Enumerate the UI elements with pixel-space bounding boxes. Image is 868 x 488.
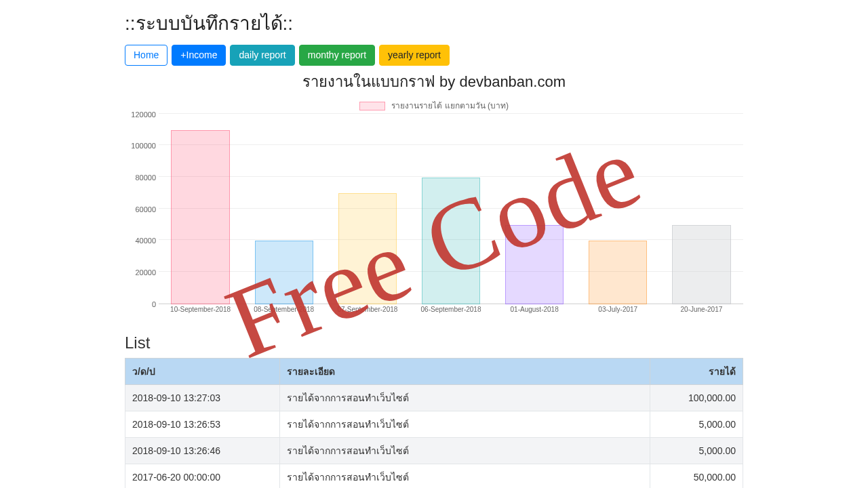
cell-income: 5,000.00 bbox=[650, 437, 743, 464]
cell-income: 100,000.00 bbox=[650, 384, 743, 411]
list-heading: List bbox=[125, 333, 743, 352]
legend-label: รายงานรายได้ แยกตามวัน (บาท) bbox=[391, 101, 509, 110]
col-detail: รายละเอียด bbox=[279, 358, 650, 384]
chart-bar bbox=[422, 178, 480, 304]
yearly-report-button[interactable]: yearly report bbox=[379, 45, 450, 66]
cell-income: 50,000.00 bbox=[650, 464, 743, 488]
report-subtitle: รายงานในแบบกราฟ by devbanban.com bbox=[125, 70, 743, 94]
x-tick-label: 08-September-2018 bbox=[242, 306, 326, 313]
y-tick-label: 60000 bbox=[125, 205, 156, 214]
cell-date: 2018-09-10 13:26:46 bbox=[125, 437, 280, 464]
x-tick-label: 07-September-2018 bbox=[326, 306, 409, 313]
col-date: ว/ด/ป bbox=[125, 358, 280, 384]
cell-date: 2017-06-20 00:00:00 bbox=[125, 464, 280, 488]
chart-y-axis: 020000400006000080000100000120000 bbox=[125, 115, 159, 304]
table-row: 2018-09-10 13:27:03รายได้จากการสอนทำเว็บ… bbox=[125, 384, 743, 411]
nav-bar: Home +Income daily report monthy report … bbox=[125, 45, 743, 66]
chart-bar bbox=[255, 241, 313, 304]
y-tick-label: 80000 bbox=[125, 174, 156, 182]
y-tick-label: 120000 bbox=[125, 110, 156, 119]
y-tick-label: 100000 bbox=[125, 142, 156, 150]
table-row: 2018-09-10 13:26:53รายได้จากการสอนทำเว็บ… bbox=[125, 411, 743, 437]
table-row: 2017-06-20 00:00:00รายได้จากการสอนทำเว็บ… bbox=[125, 464, 743, 488]
chart-bar bbox=[505, 225, 564, 304]
cell-detail: รายได้จากการสอนทำเว็บไซต์ bbox=[279, 384, 650, 411]
chart-bar bbox=[672, 225, 730, 304]
chart-bar bbox=[171, 130, 229, 304]
cell-detail: รายได้จากการสอนทำเว็บไซต์ bbox=[279, 437, 650, 464]
chart-legend: รายงานรายได้ แยกตามวัน (บาท) bbox=[125, 99, 743, 112]
cell-detail: รายได้จากการสอนทำเว็บไซต์ bbox=[279, 464, 650, 488]
cell-income: 5,000.00 bbox=[650, 411, 743, 437]
x-tick-label: 01-August-2018 bbox=[493, 306, 576, 313]
x-tick-label: 06-September-2018 bbox=[409, 306, 492, 313]
bar-chart: รายงานรายได้ แยกตามวัน (บาท) 02000040000… bbox=[125, 99, 743, 329]
home-button[interactable]: Home bbox=[125, 45, 167, 66]
daily-report-button[interactable]: daily report bbox=[230, 45, 294, 66]
chart-bar bbox=[589, 241, 647, 304]
add-income-button[interactable]: +Income bbox=[172, 45, 226, 66]
x-tick-label: 03-July-2017 bbox=[576, 306, 660, 313]
legend-swatch-icon bbox=[359, 102, 385, 110]
page-title: ::ระบบบันทึกรายได้:: bbox=[125, 8, 743, 38]
cell-detail: รายได้จากการสอนทำเว็บไซต์ bbox=[279, 411, 650, 437]
chart-x-axis: 10-September-201808-September-201807-Sep… bbox=[159, 306, 743, 313]
x-tick-label: 20-June-2017 bbox=[660, 306, 743, 313]
chart-bars bbox=[159, 115, 743, 304]
y-tick-label: 40000 bbox=[125, 237, 156, 245]
col-income: รายได้ bbox=[650, 358, 743, 384]
table-row: 2018-09-10 13:26:46รายได้จากการสอนทำเว็บ… bbox=[125, 437, 743, 464]
table-header-row: ว/ด/ป รายละเอียด รายได้ bbox=[125, 358, 743, 384]
x-tick-label: 10-September-2018 bbox=[159, 306, 242, 313]
y-tick-label: 20000 bbox=[125, 268, 156, 277]
income-table: ว/ด/ป รายละเอียด รายได้ 2018-09-10 13:27… bbox=[125, 358, 743, 488]
monthly-report-button[interactable]: monthy report bbox=[299, 45, 375, 66]
cell-date: 2018-09-10 13:27:03 bbox=[125, 384, 280, 411]
chart-bar bbox=[338, 193, 397, 304]
y-tick-label: 0 bbox=[125, 300, 156, 308]
cell-date: 2018-09-10 13:26:53 bbox=[125, 411, 280, 437]
